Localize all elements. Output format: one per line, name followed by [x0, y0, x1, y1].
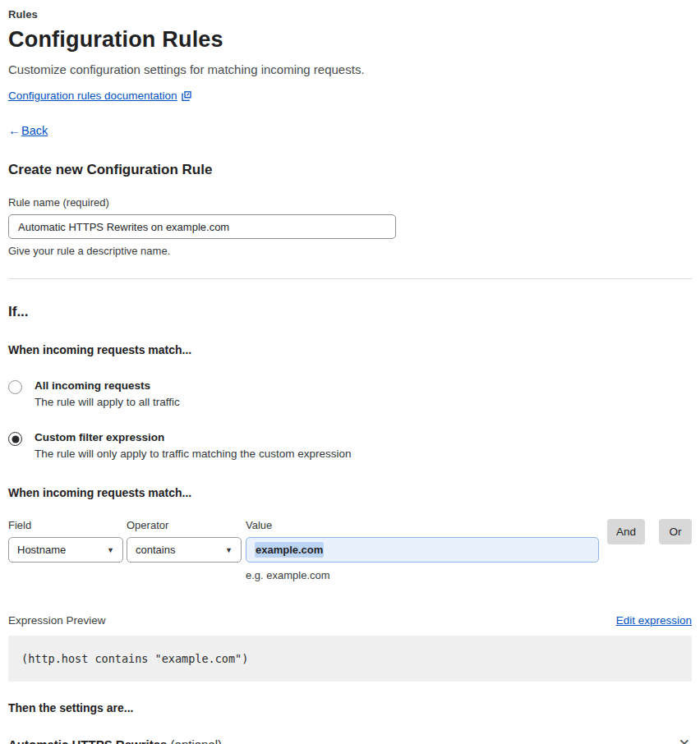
- radio-option-all-requests[interactable]: All incoming requests The rule will appl…: [8, 379, 692, 408]
- radio-label: Custom filter expression: [35, 431, 351, 443]
- field-select-value: Hostname: [17, 544, 66, 556]
- radio-label: All incoming requests: [35, 379, 180, 392]
- page-subtitle: Customize configuration settings for mat…: [8, 62, 692, 76]
- section-divider: [8, 278, 692, 279]
- expression-preview-header: Expression Preview Edit expression: [8, 614, 692, 627]
- conjunction-buttons: And Or: [607, 519, 692, 544]
- and-button[interactable]: And: [607, 519, 645, 544]
- back-row: ← Back: [8, 123, 692, 137]
- rule-name-help: Give your rule a descriptive name.: [8, 245, 692, 257]
- create-rule-heading: Create new Configuration Rule: [8, 162, 692, 178]
- chevron-down-icon: ▼: [225, 546, 233, 554]
- field-select[interactable]: Hostname ▼: [8, 537, 123, 563]
- value-input[interactable]: example.com: [246, 537, 599, 563]
- documentation-link[interactable]: Configuration rules documentation: [8, 90, 177, 102]
- builder-heading: When incoming requests match...: [8, 486, 692, 499]
- radio-description: The rule will only apply to traffic matc…: [35, 448, 351, 460]
- expression-builder: When incoming requests match... Field Ho…: [8, 486, 692, 581]
- edit-expression-link[interactable]: Edit expression: [616, 614, 692, 627]
- radio-option-custom-filter[interactable]: Custom filter expression The rule will o…: [8, 431, 692, 460]
- close-icon[interactable]: ✕: [677, 736, 692, 744]
- configuration-rules-page: Rules Configuration Rules Customize conf…: [0, 0, 700, 744]
- builder-row: Field Hostname ▼ Operator contains ▼ Val…: [8, 519, 692, 581]
- external-link-icon: [182, 91, 191, 101]
- back-arrow-icon: ←: [8, 123, 21, 137]
- setting-name: Automatic HTTPS Rewrites: [8, 737, 167, 744]
- setting-title: Automatic HTTPS Rewrites (optional): [8, 737, 222, 744]
- radio-texts: Custom filter expression The rule will o…: [35, 431, 351, 460]
- operator-select-value: contains: [136, 544, 175, 556]
- operator-select[interactable]: contains ▼: [127, 537, 242, 563]
- setting-optional-tag: (optional): [167, 737, 222, 744]
- match-heading: When incoming requests match...: [8, 343, 692, 356]
- field-label: Field: [8, 519, 127, 531]
- back-link[interactable]: Back: [21, 124, 48, 137]
- radio-description: The rule will apply to all traffic: [35, 396, 180, 408]
- value-input-text: example.com: [255, 542, 324, 558]
- operator-column: Operator contains ▼: [127, 519, 246, 563]
- value-help-text: e.g. example.com: [246, 569, 599, 581]
- rule-name-label: Rule name (required): [8, 196, 692, 209]
- field-column: Field Hostname ▼: [8, 519, 127, 563]
- then-settings-heading: Then the settings are...: [8, 701, 692, 714]
- if-heading: If...: [8, 304, 692, 320]
- or-button[interactable]: Or: [659, 519, 692, 544]
- breadcrumb: Rules: [8, 8, 692, 21]
- radio-button-unselected[interactable]: [8, 380, 22, 394]
- documentation-link-row: Configuration rules documentation: [8, 90, 692, 102]
- radio-button-selected[interactable]: [8, 432, 22, 446]
- setting-header: Automatic HTTPS Rewrites (optional) ✕: [8, 736, 692, 744]
- expression-preview-code: (http.host contains "example.com"): [8, 636, 692, 682]
- expression-preview-label: Expression Preview: [8, 614, 106, 627]
- radio-texts: All incoming requests The rule will appl…: [35, 379, 180, 408]
- page-title: Configuration Rules: [8, 27, 692, 53]
- value-column: Value example.com e.g. example.com: [246, 519, 599, 581]
- chevron-down-icon: ▼: [107, 546, 114, 554]
- value-label: Value: [246, 519, 599, 531]
- operator-label: Operator: [127, 519, 246, 531]
- rule-name-input[interactable]: [8, 214, 396, 239]
